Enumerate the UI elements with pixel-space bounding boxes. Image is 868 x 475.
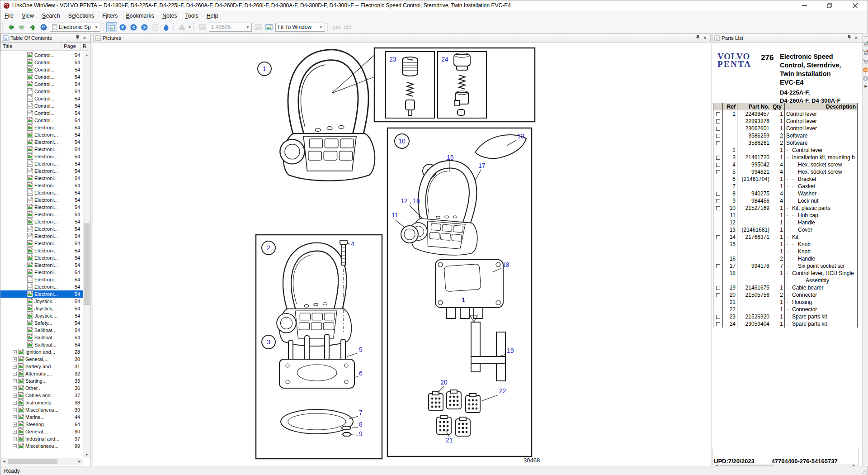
parts-table-row[interactable]: 20215057562·Connector [713,291,858,299]
toc-page-item[interactable]: Control...54 [0,117,83,124]
parts-table-row[interactable]: 111··Hub cap [713,212,858,219]
order-checkbox[interactable] [716,170,720,174]
order-checkbox[interactable] [716,235,720,239]
toc-page-item[interactable]: Electroni...54 [0,204,83,211]
forward-button[interactable] [16,22,27,32]
parts-table-row[interactable]: 14217663711·Kit [713,233,858,241]
order-checkbox[interactable] [716,322,720,326]
part-info-icon[interactable] [863,76,868,81]
close-icon[interactable]: × [853,35,860,41]
remove-from-order-icon[interactable] [863,50,868,56]
toc-page-item[interactable]: Control...54 [0,66,83,73]
toc-page-item[interactable]: Electroni...54 [0,254,83,261]
order-checkbox[interactable] [716,112,720,116]
toc-page-item[interactable]: Electroni...54 [0,196,83,204]
parts-table-row[interactable]: 35862612Software [713,139,858,147]
menu-view[interactable]: View [18,11,38,20]
parts-table-row[interactable]: 6(21461704)1··Bracket [713,176,858,183]
parts-table-row[interactable]: 3214617201·Installation kit, mounting b [713,154,858,161]
parts-table-row[interactable]: 230626011Control lever [713,125,858,132]
expand-icon[interactable]: + [13,372,17,376]
parts-table-row[interactable]: 10215271691·Kit, plastic parts [713,204,858,212]
toc-section-item[interactable]: +Alternator,...32 [0,370,83,377]
parts-table-row[interactable]: 23215269201·Spare parts kit [713,313,858,320]
toc-page-item[interactable]: Control...54 [0,59,83,66]
book-combo[interactable]: Electronic Sp ▼ [50,23,100,32]
parts-table-row[interactable]: 221·Connector [713,306,858,313]
parts-table-row[interactable]: 35862592Software [713,132,858,139]
close-icon[interactable]: × [81,35,88,41]
order-checkbox[interactable] [716,286,720,290]
parts-table-row[interactable]: 59948214··Hex. socket screw [713,168,858,176]
column-header-remarks[interactable]: R [81,43,91,51]
menu-tools[interactable]: Tools [181,11,203,20]
expand-icon[interactable]: + [13,444,17,448]
web-search-icon[interactable] [863,67,868,73]
menu-file[interactable]: File [0,11,18,20]
up-level-button[interactable] [27,22,38,32]
toc-page-item[interactable]: Safety...54 [0,319,83,327]
toc-page-item[interactable]: Control...54 [0,81,83,88]
expand-icon[interactable]: + [13,415,17,419]
toc-page-item[interactable]: Joystick,...54 [0,305,83,312]
scroll-down-icon[interactable]: ▼ [83,451,90,458]
order-checkbox[interactable] [716,315,720,319]
toc-section-item[interactable]: +General,...90 [0,428,83,435]
column-header-page[interactable]: Page [62,43,81,51]
order-checkbox[interactable] [716,199,720,203]
expand-icon[interactable]: + [13,437,17,441]
order-checkbox[interactable] [716,127,720,131]
toc-page-item[interactable]: Electroni...54 [0,290,83,298]
parts-table-row[interactable]: 1··Knob [713,248,858,255]
parts-table-row[interactable]: 89402754··Washer [713,190,858,197]
toc-page-item[interactable]: Electroni...54 [0,153,83,160]
parts-table-row[interactable]: 211·Housing [713,299,858,306]
scroll-right-icon[interactable]: ▶ [76,460,83,463]
order-checkbox[interactable] [716,192,720,196]
toc-page-item[interactable]: Electroni...54 [0,283,83,290]
zoom-in-button[interactable] [253,22,264,32]
toc-section-item[interactable]: +Miscellaneou...99 [0,442,83,450]
expand-strip-icon[interactable]: I▶ [863,84,867,88]
parts-table-row[interactable]: 13(21461681)1··Cover [713,226,858,233]
picture-canvas[interactable]: 1 23 24 [93,43,711,466]
order-checkbox[interactable] [716,163,720,167]
toc-page-item[interactable]: Electroni...54 [0,167,83,175]
toc-section-item[interactable]: +Industrial and...97 [0,435,83,442]
detail-box-2[interactable]: 2 3 4 [256,235,382,459]
add-to-order-icon[interactable] [863,41,868,47]
toc-page-item[interactable]: Control...54 [0,52,83,59]
parts-table-row[interactable]: 24230594041·Spare parts kit [713,320,858,328]
detail-box-23-24[interactable]: 23 24 [374,48,535,122]
order-checkbox[interactable] [716,119,720,124]
close-button[interactable] [842,0,868,10]
order-checkbox[interactable] [716,141,720,145]
order-checkbox[interactable] [716,134,720,138]
pin-icon[interactable] [74,35,81,41]
highlight-button[interactable] [160,22,171,32]
toc-page-item[interactable]: Control...54 [0,88,83,95]
toc-page-item[interactable]: Electroni...54 [0,240,83,247]
last-picture-button[interactable] [150,22,160,32]
parts-table-row[interactable]: 181·Control lever, HCU Single [713,270,858,277]
zoom-out-button[interactable] [197,22,208,32]
toc-page-item[interactable]: Control...54 [0,73,83,81]
minimize-button[interactable] [792,0,817,10]
restore-button[interactable] [817,0,842,10]
toc-section-item[interactable]: +Marine...44 [0,413,83,421]
toc-page-item[interactable]: Sailboat...54 [0,327,83,334]
menu-selections[interactable]: Selections [64,11,99,20]
fit-picture-button[interactable] [264,22,274,32]
toc-page-item[interactable]: Electroni...54 [0,160,83,167]
next-picture-button[interactable] [139,22,150,32]
break-link-button[interactable] [342,22,353,32]
toc-page-item[interactable]: Control...54 [0,95,83,102]
parts-table-row[interactable]: 1224984571Control lever [713,110,858,118]
toc-section-item[interactable]: +Ignition and...28 [0,348,83,356]
toc-horizontal-scrollbar[interactable]: ◀ ▶ [0,458,83,465]
parts-table-row[interactable]: 21·Control lever [713,147,858,154]
order-checkbox[interactable] [716,264,720,268]
menu-bookmarks[interactable]: Bookmarks [122,11,158,20]
parts-table-row[interactable]: 162··Handle [713,255,858,262]
hotpoint-link-button[interactable] [331,22,342,32]
